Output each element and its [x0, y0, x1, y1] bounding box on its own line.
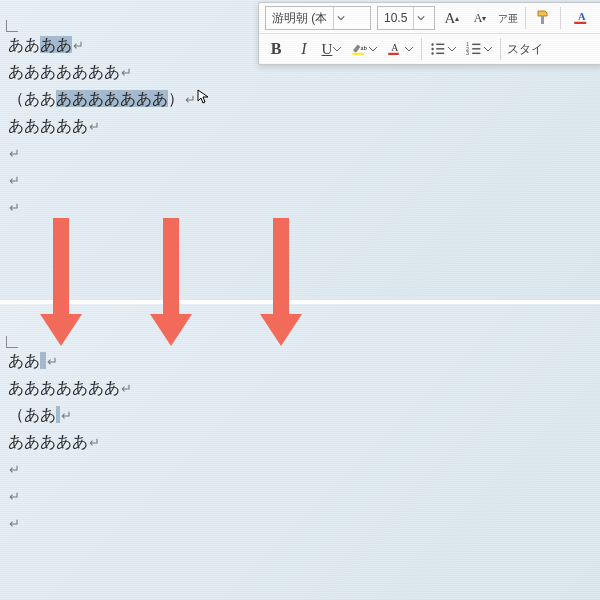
text-line[interactable]: あああああ↵: [8, 429, 592, 456]
paragraph-mark-icon: ↵: [120, 381, 132, 396]
format-painter-button[interactable]: [532, 7, 554, 29]
svg-rect-2: [574, 22, 586, 24]
shrink-font-button[interactable]: A▾: [469, 7, 491, 29]
phonetic-guide-button[interactable]: ア亜: [497, 7, 519, 29]
text-line[interactable]: あああああああ↵: [8, 59, 592, 86]
text-line[interactable]: ああ ↵: [8, 348, 592, 375]
text-run: あああああああ: [8, 63, 120, 80]
font-name-value: 游明朝 (本: [266, 10, 333, 27]
screenshot-after: ああ ↵あああああああ↵（ああ ↵あああああ↵↵↵↵: [0, 304, 600, 600]
paragraph-mark-icon: ↵: [8, 489, 20, 504]
font-color-large-button[interactable]: A: [567, 7, 595, 29]
chevron-down-icon[interactable]: [413, 7, 428, 29]
paragraph-mark-icon: ↵: [8, 173, 20, 188]
text-run: ああ: [8, 352, 40, 369]
paragraph-mark-icon: ↵: [46, 354, 58, 369]
paragraph-mark-icon: ↵: [88, 435, 100, 450]
text-run: （ああ: [8, 406, 56, 423]
selected-text: あああああああ: [56, 90, 168, 107]
separator: [525, 7, 526, 29]
svg-rect-0: [541, 16, 544, 24]
font-size-combo[interactable]: 10.5: [377, 6, 435, 30]
text-run: ）: [168, 90, 184, 107]
text-line[interactable]: ↵: [8, 140, 592, 167]
document-body-after[interactable]: ああ ↵あああああああ↵（ああ ↵あああああ↵↵↵↵: [8, 348, 592, 537]
selected-text: ああ: [40, 36, 72, 53]
text-run: （ああ: [8, 90, 56, 107]
document-body-before[interactable]: ああああ↵あああああああ↵（あああああああああ）↵あああああ↵↵↵↵: [8, 32, 592, 221]
text-run: あああああああ: [8, 379, 120, 396]
page-corner-mark: [6, 332, 22, 348]
text-line[interactable]: ↵: [8, 483, 592, 510]
text-line[interactable]: ↵: [8, 456, 592, 483]
paragraph-mark-icon: ↵: [184, 92, 196, 107]
text-run: ああ: [8, 36, 40, 53]
paragraph-mark-icon: ↵: [8, 146, 20, 161]
separator: [560, 7, 561, 29]
page-corner-mark: [6, 16, 22, 32]
screenshot-before: 游明朝 (本 10.5 A▴ A▾ ア亜 A B I U ab: [0, 0, 600, 300]
paragraph-mark-icon: ↵: [120, 65, 132, 80]
text-line[interactable]: あああああ↵: [8, 113, 592, 140]
paragraph-mark-icon: ↵: [8, 200, 20, 215]
paragraph-mark-icon: ↵: [60, 408, 72, 423]
text-line[interactable]: あああああああ↵: [8, 375, 592, 402]
text-line[interactable]: ↵: [8, 194, 592, 221]
text-line[interactable]: ああああ↵: [8, 32, 592, 59]
chevron-down-icon[interactable]: [333, 7, 348, 29]
mouse-cursor-icon: [196, 86, 212, 102]
text-line[interactable]: ↵: [8, 167, 592, 194]
paragraph-mark-icon: ↵: [88, 119, 100, 134]
font-size-value: 10.5: [378, 11, 413, 25]
grow-font-button[interactable]: A▴: [441, 7, 463, 29]
paragraph-mark-icon: ↵: [8, 462, 20, 477]
text-run: あああああ: [8, 433, 88, 450]
text-run: あああああ: [8, 117, 88, 134]
paragraph-mark-icon: ↵: [72, 38, 84, 53]
text-line[interactable]: （あああああああああ）↵: [8, 86, 592, 113]
text-line[interactable]: （ああ ↵: [8, 402, 592, 429]
text-line[interactable]: ↵: [8, 510, 592, 537]
font-name-combo[interactable]: 游明朝 (本: [265, 6, 371, 30]
paragraph-mark-icon: ↵: [8, 516, 20, 531]
svg-text:A: A: [578, 11, 586, 22]
